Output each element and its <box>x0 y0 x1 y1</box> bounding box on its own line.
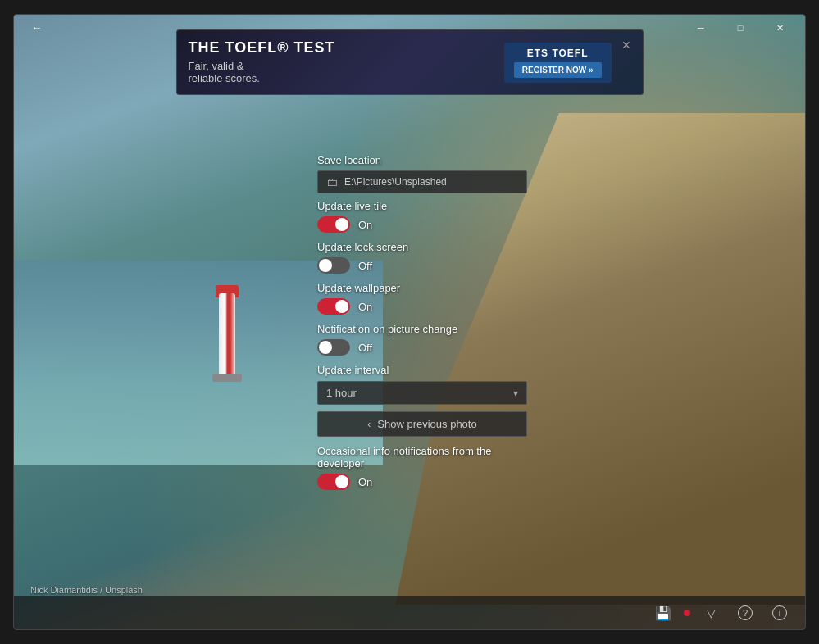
save-path-value: E:\Pictures\Unsplashed <box>344 176 447 188</box>
save-location-row: Save location 🗀 E:\Pictures\Unsplashed <box>317 154 527 193</box>
update-live-tile-row: Update live tile On <box>317 200 527 233</box>
filter-icon: ▽ <box>707 606 716 619</box>
minimize-button[interactable]: ─ <box>682 15 720 41</box>
filter-button[interactable]: ▽ <box>695 600 726 626</box>
chevron-down-icon: ▾ <box>513 388 518 399</box>
update-lock-screen-toggle[interactable] <box>317 257 350 274</box>
ad-line3: reliable scores. <box>189 72 260 84</box>
update-lock-screen-toggle-row: Off <box>317 257 527 274</box>
notification-row: Notification on picture change Off <box>317 323 527 356</box>
save-button[interactable]: 💾 <box>648 600 679 626</box>
lighthouse <box>194 277 260 408</box>
ad-register-button[interactable]: REGISTER NOW » <box>514 62 602 78</box>
occasional-info-state: On <box>358 476 372 488</box>
folder-icon: 🗀 <box>326 175 338 188</box>
update-interval-value: 1 hour <box>326 387 357 399</box>
occasional-info-toggle-row: On <box>317 474 527 490</box>
ad-line2: Fair, valid & <box>189 60 244 72</box>
ad-text: THE TOEFL® TEST Fair, valid & reliable s… <box>189 40 494 84</box>
occasional-info-toggle[interactable] <box>317 474 350 490</box>
save-icon: 💾 <box>655 605 671 621</box>
lighthouse-base <box>212 374 242 382</box>
ad-title-line1: THE TOEFL® TEST <box>189 40 494 57</box>
titlebar: ← ─ □ ✕ <box>14 15 805 41</box>
update-wallpaper-toggle-row: On <box>317 298 527 315</box>
update-interval-dropdown[interactable]: 1 hour ▾ <box>317 381 527 405</box>
maximize-button[interactable]: □ <box>721 15 759 41</box>
show-previous-label: Show previous photo <box>377 418 476 430</box>
notification-label: Notification on picture change <box>317 323 527 335</box>
info-icon: i <box>772 605 787 620</box>
update-wallpaper-state: On <box>358 301 372 313</box>
update-wallpaper-label: Update wallpaper <box>317 282 527 294</box>
close-button[interactable]: ✕ <box>761 15 799 41</box>
notification-state: Off <box>358 342 372 354</box>
show-previous-photo-button[interactable]: ‹ Show previous photo <box>317 411 527 437</box>
info-button[interactable]: i <box>764 600 795 626</box>
update-lock-screen-row: Update lock screen Off <box>317 241 527 274</box>
toggle-thumb <box>319 259 332 272</box>
chevron-left-icon: ‹ <box>367 419 371 430</box>
back-button[interactable]: ← <box>20 15 53 41</box>
update-interval-label: Update interval <box>317 364 527 376</box>
toggle-thumb <box>335 475 348 488</box>
lighthouse-body <box>219 293 235 375</box>
occasional-info-row: Occasional info notifications from the d… <box>317 445 527 490</box>
update-live-tile-label: Update live tile <box>317 200 527 212</box>
bottom-toolbar: 💾 ▽ ? i <box>14 596 805 629</box>
update-wallpaper-toggle[interactable] <box>317 298 350 315</box>
app-window: ← ─ □ ✕ THE TOEFL® TEST Fair, valid & re… <box>13 14 806 630</box>
update-live-tile-toggle[interactable] <box>317 216 350 233</box>
window-controls: ─ □ ✕ <box>682 15 799 41</box>
update-lock-screen-state: Off <box>358 260 372 272</box>
save-location-path[interactable]: 🗀 E:\Pictures\Unsplashed <box>317 170 527 193</box>
help-button[interactable]: ? <box>730 600 761 626</box>
save-location-label: Save location <box>317 154 527 166</box>
toggle-thumb <box>335 218 348 231</box>
notification-toggle-row: Off <box>317 339 527 356</box>
ad-subtitle: Fair, valid & reliable scores. <box>189 60 494 84</box>
photo-credit: Nick Diamantidis / Unsplash <box>30 585 143 595</box>
ad-logo: ETS TOEFL REGISTER NOW » <box>504 43 612 83</box>
ad-brand: ETS TOEFL <box>527 48 589 59</box>
update-lock-screen-label: Update lock screen <box>317 241 527 253</box>
settings-panel: Save location 🗀 E:\Pictures\Unsplashed U… <box>317 154 527 498</box>
update-wallpaper-row: Update wallpaper On <box>317 282 527 315</box>
update-live-tile-toggle-row: On <box>317 216 527 233</box>
occasional-info-label: Occasional info notifications from the d… <box>317 445 527 469</box>
help-icon: ? <box>738 605 753 620</box>
update-interval-row: Update interval 1 hour ▾ <box>317 364 527 405</box>
active-dot-indicator <box>684 610 690 616</box>
notification-toggle[interactable] <box>317 339 350 356</box>
toggle-thumb <box>335 300 348 313</box>
update-live-tile-state: On <box>358 219 372 231</box>
toggle-thumb <box>319 341 332 354</box>
